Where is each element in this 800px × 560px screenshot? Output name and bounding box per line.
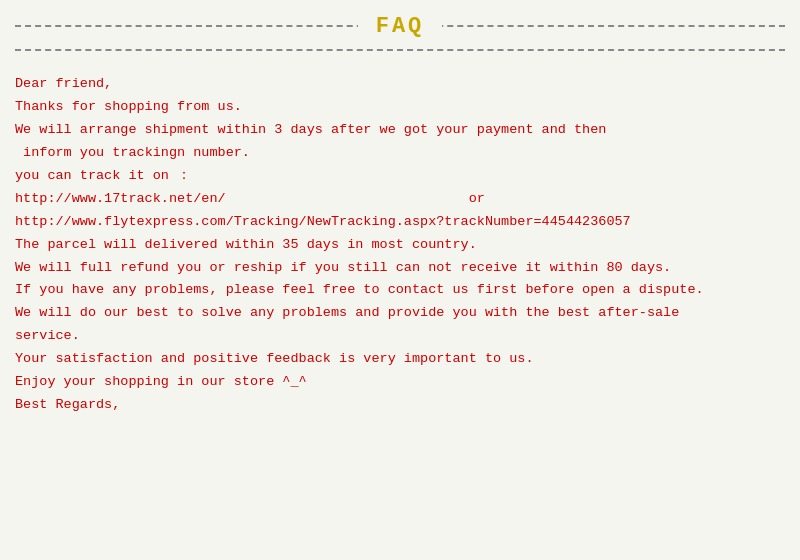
- content-line-7: The parcel will delivered within 35 days…: [15, 234, 785, 257]
- content-line-8: We will full refund you or reship if you…: [15, 257, 785, 280]
- page-container: FAQ Dear friend,Thanks for shopping from…: [0, 0, 800, 560]
- content-line-14: Best Regards,: [15, 394, 785, 417]
- header-section: FAQ: [0, 0, 800, 49]
- content-line-1: Thanks for shopping from us.: [15, 96, 785, 119]
- content-line-13: Enjoy your shopping in our store ^_^: [15, 371, 785, 394]
- content-section: Dear friend,Thanks for shopping from us.…: [0, 69, 800, 427]
- content-line-2: We will arrange shipment within 3 days a…: [15, 119, 785, 142]
- content-line-12: Your satisfaction and positive feedback …: [15, 348, 785, 371]
- content-line-0: Dear friend,: [15, 73, 785, 96]
- content-line-9: If you have any problems, please feel fr…: [15, 279, 785, 302]
- content-line-11: service.: [15, 325, 785, 348]
- content-line-10: We will do our best to solve any problem…: [15, 302, 785, 325]
- content-line-6: http://www.flytexpress.com/Tracking/NewT…: [15, 211, 785, 234]
- content-line-5: http://www.17track.net/en/ or: [15, 188, 785, 211]
- header-bottom-divider: [15, 49, 785, 51]
- content-line-3: inform you trackingn number.: [15, 142, 785, 165]
- content-line-4: you can track it on ：: [15, 165, 785, 188]
- page-title: FAQ: [358, 14, 443, 39]
